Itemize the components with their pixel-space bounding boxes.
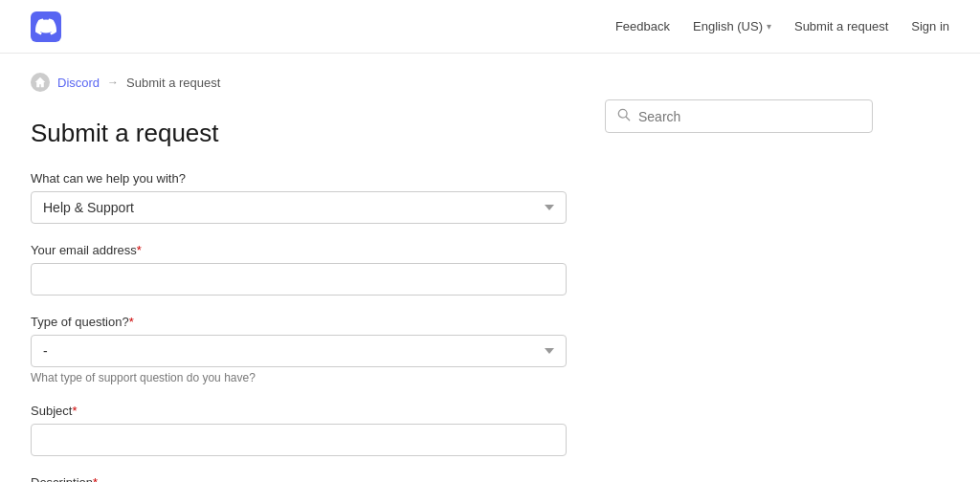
required-star: * <box>137 243 142 257</box>
help-type-select[interactable]: Help & Support Trust & Safety Billing <box>31 191 567 224</box>
sign-in-link[interactable]: Sign in <box>911 19 949 33</box>
help-type-group: What can we help you with? Help & Suppor… <box>31 171 567 224</box>
required-star: * <box>72 404 77 418</box>
required-star: * <box>129 315 134 329</box>
svg-line-1 <box>626 117 630 120</box>
left-column: Discord → Submit a request Submit a requ… <box>31 54 605 482</box>
search-input[interactable] <box>638 109 860 124</box>
language-selector[interactable]: English (US) ▾ <box>693 19 771 33</box>
main-container: Discord → Submit a request Submit a requ… <box>0 54 980 482</box>
header-nav: Feedback English (US) ▾ Submit a request… <box>615 19 949 33</box>
submit-request-link[interactable]: Submit a request <box>794 19 888 33</box>
question-type-label: Type of question?* <box>31 315 567 329</box>
discord-logo-icon <box>31 11 61 42</box>
feedback-link[interactable]: Feedback <box>615 19 670 33</box>
submit-request-form: What can we help you with? Help & Suppor… <box>31 171 567 482</box>
subject-input[interactable] <box>31 424 567 456</box>
right-column <box>605 54 873 482</box>
email-input[interactable] <box>31 263 567 296</box>
header: Feedback English (US) ▾ Submit a request… <box>0 0 980 54</box>
email-group: Your email address* <box>31 243 567 296</box>
breadcrumb: Discord → Submit a request <box>31 54 567 103</box>
logo <box>31 11 61 42</box>
chevron-down-icon: ▾ <box>767 21 771 32</box>
email-label: Your email address* <box>31 243 567 257</box>
question-type-select[interactable]: - Account Billing Technical <box>31 335 567 367</box>
help-type-label: What can we help you with? <box>31 171 567 186</box>
home-icon <box>31 73 50 92</box>
description-label: Description* <box>31 475 567 482</box>
required-star: * <box>93 475 98 482</box>
search-box <box>605 99 873 133</box>
breadcrumb-discord-link[interactable]: Discord <box>57 76 100 90</box>
subject-group: Subject* <box>31 404 567 456</box>
question-type-hint: What type of support question do you hav… <box>31 371 567 384</box>
question-type-group: Type of question?* - Account Billing Tec… <box>31 315 567 384</box>
description-group: Description* <box>31 475 567 482</box>
subject-label: Subject* <box>31 404 567 418</box>
breadcrumb-arrow-icon: → <box>107 76 119 89</box>
search-icon <box>617 108 631 124</box>
page-title: Submit a request <box>31 119 567 148</box>
breadcrumb-current: Submit a request <box>126 76 220 90</box>
